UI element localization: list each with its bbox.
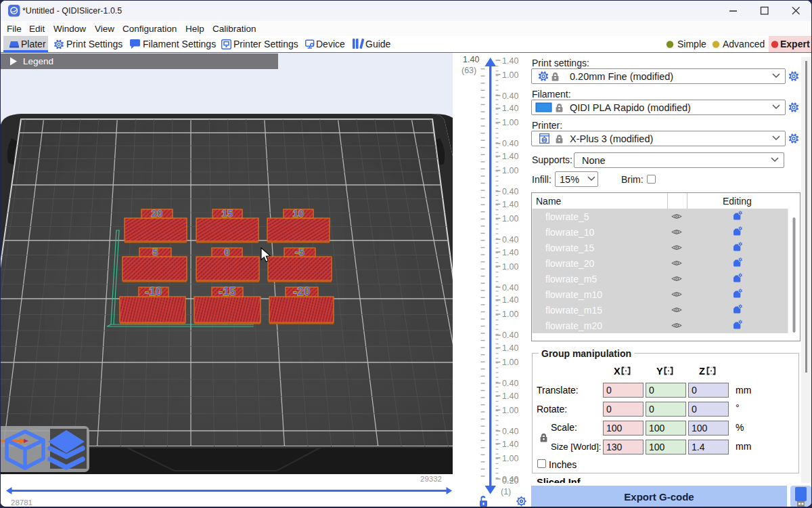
- svg-text:°: °: [736, 402, 740, 413]
- svg-text:0: 0: [224, 247, 230, 257]
- svg-text:15: 15: [221, 208, 233, 219]
- svg-text:1.40: 1.40: [502, 152, 518, 161]
- svg-text:1.40: 1.40: [502, 200, 518, 209]
- svg-text:-20: -20: [293, 285, 310, 297]
- svg-text:Y: Y: [656, 366, 663, 377]
- svg-text:Rotate:: Rotate:: [537, 404, 567, 415]
- svg-text:Z: Z: [699, 366, 705, 377]
- svg-text:0.40: 0.40: [502, 139, 518, 148]
- svg-text:1.40: 1.40: [502, 248, 518, 257]
- svg-text:29332: 29332: [420, 475, 442, 483]
- svg-text:0.40: 0.40: [502, 379, 518, 388]
- svg-text:Translate:: Translate:: [537, 385, 579, 396]
- svg-text:0.40: 0.40: [502, 427, 518, 436]
- svg-text:(63): (63): [461, 66, 476, 75]
- svg-text:-10: -10: [145, 285, 162, 297]
- svg-text:1.00: 1.00: [502, 166, 518, 175]
- svg-text:1.40: 1.40: [463, 55, 479, 64]
- svg-text:0.40: 0.40: [502, 331, 518, 340]
- svg-text:mm: mm: [736, 441, 751, 452]
- svg-text:28781: 28781: [11, 499, 32, 507]
- svg-text:1.40: 1.40: [502, 295, 518, 305]
- svg-text:20: 20: [151, 208, 162, 219]
- svg-text:1.40: 1.40: [502, 104, 518, 113]
- svg-text:1.00: 1.00: [502, 118, 518, 127]
- svg-text:Size [World]:: Size [World]:: [551, 442, 602, 452]
- svg-text:1.00: 1.00: [502, 406, 518, 415]
- svg-text:1.40: 1.40: [502, 56, 518, 66]
- svg-text:(1): (1): [501, 487, 511, 496]
- svg-text:1.00: 1.00: [502, 262, 518, 272]
- svg-text:10: 10: [292, 208, 304, 219]
- svg-text:1.00: 1.00: [502, 358, 518, 367]
- svg-text:Legend: Legend: [23, 56, 53, 66]
- svg-text:%: %: [736, 422, 744, 433]
- svg-text:0.40: 0.40: [502, 283, 518, 293]
- svg-text:Inches: Inches: [549, 459, 577, 470]
- svg-text:1.00: 1.00: [502, 214, 518, 224]
- svg-text:Sliced Inf: Sliced Inf: [537, 477, 581, 483]
- svg-text:X: X: [614, 366, 621, 377]
- svg-text:0.20: 0.20: [502, 476, 518, 486]
- svg-text:0.40: 0.40: [502, 187, 518, 196]
- svg-text:-15: -15: [219, 285, 235, 297]
- svg-text:1.40: 1.40: [502, 343, 518, 353]
- svg-text:0.40: 0.40: [502, 91, 518, 101]
- svg-text:-5: -5: [295, 247, 304, 257]
- svg-text:0.40: 0.40: [502, 235, 518, 245]
- svg-text:mm: mm: [736, 385, 751, 396]
- svg-text:1.40: 1.40: [502, 391, 518, 401]
- svg-text:1.00: 1.00: [502, 70, 518, 80]
- svg-text:5: 5: [152, 247, 158, 257]
- svg-text:1.00: 1.00: [502, 310, 518, 319]
- svg-text:1.40: 1.40: [502, 440, 518, 449]
- svg-text:Scale:: Scale:: [551, 422, 577, 433]
- svg-text:1.00: 1.00: [502, 454, 518, 463]
